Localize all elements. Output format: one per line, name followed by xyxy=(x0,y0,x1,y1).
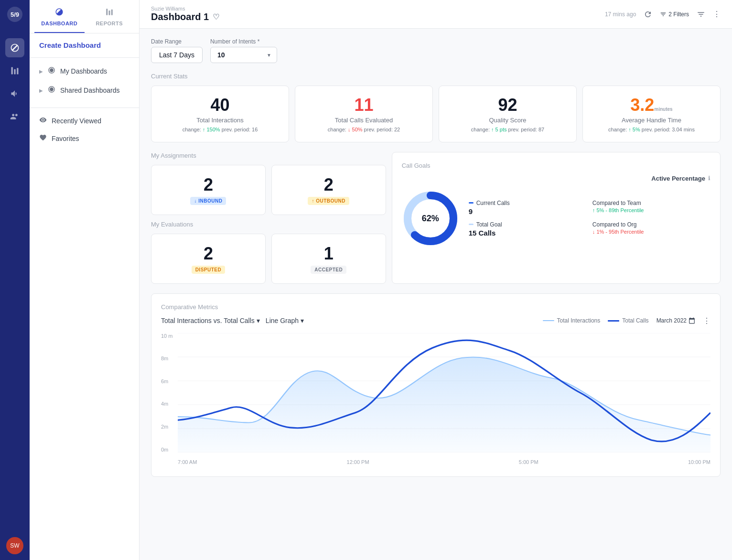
svg-rect-5 xyxy=(106,9,108,15)
outbound-badge: ↑ OUTBOUND xyxy=(308,197,349,205)
accepted-value: 1 xyxy=(280,244,378,264)
filter-button[interactable] xyxy=(697,10,705,19)
svg-rect-6 xyxy=(108,11,110,15)
total-goal-stat: Total Goal 15 Calls xyxy=(469,221,587,237)
sidebar-tabs: DASHBOARD REPORTS xyxy=(30,0,139,33)
quality-score-label: Quality Score xyxy=(447,117,569,124)
handle-time-change: change: ↑ 5% prev. period: 3.04 mins xyxy=(591,127,712,132)
assignments-title: My Assignments xyxy=(151,152,386,159)
chart-more-button[interactable]: ⋮ xyxy=(703,316,710,325)
page-title: Dashboard 1 ♡ xyxy=(151,11,219,22)
assignments-section: My Assignments 2 ↓ INBOUND 2 ↑ OUTBOUND xyxy=(151,152,386,215)
inbound-badge: ↓ INBOUND xyxy=(190,197,226,205)
page-header: Suzie Williams Dashboard 1 ♡ 17 mins ago… xyxy=(140,0,732,29)
content-area: Date Range Last 7 Days Number of Intents… xyxy=(140,29,732,560)
two-col-section: My Assignments 2 ↓ INBOUND 2 ↑ OUTBOUND xyxy=(151,152,721,284)
total-goal-dot xyxy=(469,224,474,225)
intents-label: Number of Intents * xyxy=(210,38,277,45)
stat-card-calls-evaluated: 11 Total Calls Evaluated change: ↓ 50% p… xyxy=(295,86,433,142)
quality-score-change: change: ↑ 5 pts prev. period: 87 xyxy=(447,127,569,132)
stat-card-quality-score: 92 Quality Score change: ↑ 5 pts prev. p… xyxy=(439,86,577,142)
shared-dashboards-icon xyxy=(48,86,55,95)
quality-score-value: 92 xyxy=(447,96,569,115)
assign-card-inbound: 2 ↓ INBOUND xyxy=(151,165,266,215)
create-dashboard-button[interactable]: Create Dashboard xyxy=(39,41,101,49)
total-goal-value: 15 Calls xyxy=(469,229,587,237)
eye-icon xyxy=(39,116,47,125)
inbound-value: 2 xyxy=(159,175,258,195)
active-percentage-label: Active Percentage xyxy=(651,175,705,182)
tab-reports[interactable]: REPORTS xyxy=(85,0,135,33)
header-right: 17 mins ago 2 Filters ⋮ xyxy=(605,10,721,19)
sidebar-item-shared-dashboards[interactable]: ▶ Shared Dashboards xyxy=(30,81,139,100)
date-picker-button[interactable]: March 2022 xyxy=(657,317,695,324)
compared-org-label: Compared to Org xyxy=(592,221,710,228)
outbound-value: 2 xyxy=(280,175,378,195)
sidebar-my-dashboards-section: ▶ My Dashboards ▶ Shared Dashboards xyxy=(30,58,139,104)
my-dashboards-label: My Dashboards xyxy=(60,67,107,75)
date-range-button[interactable]: Last 7 Days xyxy=(151,47,203,63)
metric-select-button[interactable]: Total Interactions vs. Total Calls ▾ xyxy=(161,317,260,324)
tab-reports-label: REPORTS xyxy=(96,21,123,26)
icon-bar: 5/9 SW xyxy=(0,0,30,560)
call-goals-card: Call Goals Active Percentage ℹ 62% xyxy=(392,152,721,284)
username-label: Suzie Williams xyxy=(151,6,219,11)
legend-total-interactions: Total Interactions xyxy=(543,317,601,324)
left-column: My Assignments 2 ↓ INBOUND 2 ↑ OUTBOUND xyxy=(151,152,386,284)
info-icon[interactable]: ℹ xyxy=(708,175,710,182)
legend-total-calls: Total Calls xyxy=(608,317,648,324)
nav-audio-icon[interactable] xyxy=(5,84,24,103)
svg-rect-3 xyxy=(14,69,15,75)
chart-y-axis: 10 m 8m 6m 4m 2m 0m xyxy=(161,333,175,452)
recently-viewed-label: Recently Viewed xyxy=(52,117,101,125)
interactions-change: change: ↑ 150% prev. period: 16 xyxy=(159,127,281,132)
filters-row: Date Range Last 7 Days Number of Intents… xyxy=(151,38,721,63)
interactions-label: Total Interactions xyxy=(159,117,281,124)
expand-icon: ▶ xyxy=(39,69,43,74)
call-goals-stats: Current Calls 9 Compared to Team ↑ 5% - … xyxy=(469,200,710,237)
current-stats-title: Current Stats xyxy=(151,73,721,80)
header-left: Suzie Williams Dashboard 1 ♡ xyxy=(151,6,219,22)
comp-metrics-right: Total Interactions Total Calls March 202… xyxy=(543,316,710,325)
call-goals-section-title: Call Goals xyxy=(402,162,710,169)
compared-team-stat: Compared to Team ↑ 5% - 89th Percentile xyxy=(592,200,710,215)
reports-tab-icon xyxy=(105,8,114,19)
accepted-badge: ACCEPTED xyxy=(311,266,346,274)
nav-users-icon[interactable] xyxy=(5,107,24,126)
svg-text:5/9: 5/9 xyxy=(11,11,19,18)
disputed-value: 2 xyxy=(159,244,258,264)
compared-org-stat: Compared to Org ↓ 1% - 95th Percentile xyxy=(592,221,710,237)
heart-icon xyxy=(39,134,47,143)
my-dashboards-icon xyxy=(48,66,55,76)
sidebar-create-section: Create Dashboard xyxy=(30,33,139,58)
donut-chart: 62% xyxy=(402,190,459,247)
favorite-button[interactable]: ♡ xyxy=(213,12,219,22)
stat-card-handle-time: 3.2minutes Average Handle Time change: ↑… xyxy=(582,86,721,142)
user-avatar[interactable]: SW xyxy=(6,537,23,554)
donut-value: 62% xyxy=(422,213,439,223)
call-goals-body: 62% Current Calls 9 Compared to Team xyxy=(402,190,710,247)
app-logo: 5/9 xyxy=(6,6,23,25)
compared-team-label: Compared to Team xyxy=(592,200,710,206)
sidebar-item-my-dashboards[interactable]: ▶ My Dashboards xyxy=(30,62,139,81)
nav-dashboard-icon[interactable] xyxy=(5,38,24,57)
intents-select-wrapper: 10 5 15 20 xyxy=(210,47,277,63)
expand-icon-shared: ▶ xyxy=(39,88,43,93)
eval-card-disputed: 2 DISPUTED xyxy=(151,234,266,284)
compared-team-value: ↑ 5% - 89th Percentile xyxy=(592,207,710,213)
main-content: Suzie Williams Dashboard 1 ♡ 17 mins ago… xyxy=(140,0,732,560)
tab-dashboard[interactable]: DASHBOARD xyxy=(34,0,85,33)
refresh-button[interactable] xyxy=(644,10,652,19)
eval-card-accepted: 1 ACCEPTED xyxy=(271,234,386,284)
comp-metrics-header: Total Interactions vs. Total Calls ▾ Lin… xyxy=(161,316,710,325)
evaluations-section: My Evaluations 2 DISPUTED 1 ACCEPTED xyxy=(151,221,386,284)
chart-type-select-button[interactable]: Line Graph ▾ xyxy=(266,317,304,324)
more-options-button[interactable]: ⋮ xyxy=(713,10,721,19)
current-calls-stat: Current Calls 9 xyxy=(469,200,587,215)
evaluations-title: My Evaluations xyxy=(151,221,386,228)
favorites-label: Favorites xyxy=(52,135,79,142)
sidebar-item-favorites[interactable]: Favorites xyxy=(30,129,139,147)
sidebar-item-recently-viewed[interactable]: Recently Viewed xyxy=(30,112,139,129)
intents-select[interactable]: 10 5 15 20 xyxy=(210,47,277,63)
nav-reports-icon[interactable] xyxy=(5,61,24,80)
